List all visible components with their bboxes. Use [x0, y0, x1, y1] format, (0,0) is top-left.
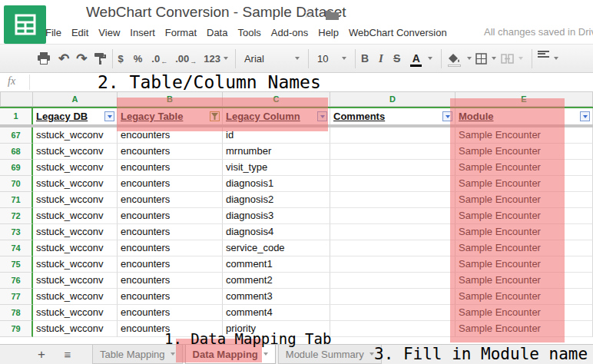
grid-cell[interactable]: encounters	[118, 321, 223, 337]
grid-cell[interactable]: Sample Encounter	[456, 160, 593, 176]
redo-button[interactable]: ↷	[76, 49, 87, 68]
grid-cell[interactable]: encounters	[118, 208, 223, 224]
grid-cell[interactable]: encounters	[118, 192, 223, 208]
grid-cell[interactable]	[330, 224, 456, 240]
grid-cell[interactable]: diagnosis1	[223, 176, 330, 192]
grid-cell[interactable]	[330, 192, 456, 208]
grid-cell[interactable]: encounters	[118, 144, 223, 160]
grid-cell[interactable]: sstuck_wcconv	[33, 208, 118, 224]
grid-cell[interactable]: Sample Encounter	[456, 224, 593, 240]
grid-cell[interactable]: diagnosis2	[223, 192, 330, 208]
text-color-button[interactable]: A	[409, 49, 423, 68]
undo-button[interactable]: ↶	[58, 49, 69, 68]
grid-cell[interactable]	[330, 321, 456, 337]
grid-cell[interactable]: encounters	[118, 127, 223, 144]
font-size-select[interactable]: 10	[314, 49, 350, 68]
star-icon[interactable]: ☆	[303, 5, 314, 22]
column-letter-b[interactable]: B	[118, 91, 223, 107]
increase-decimal-button[interactable]: .00→	[175, 49, 197, 68]
menu-tools[interactable]: Tools	[237, 27, 260, 38]
grid-cell[interactable]: sstuck_wcconv	[33, 176, 118, 192]
row-number[interactable]: 69	[0, 160, 33, 176]
grid-cell[interactable]: encounters	[118, 160, 223, 176]
grid-cell[interactable]: Sample Encounter	[456, 144, 593, 160]
merge-cells-button[interactable]	[501, 49, 514, 68]
column-letter-c[interactable]: C	[223, 91, 330, 107]
formula-bar[interactable]: fx	[0, 73, 593, 92]
tab-table-mapping[interactable]: Table Mapping	[92, 345, 183, 364]
grid-cell[interactable]: Sample Encounter	[456, 256, 593, 273]
grid-cell[interactable]: Sample Encounter	[456, 321, 593, 337]
filter-dropdown-icon[interactable]	[104, 111, 114, 121]
grid-cell[interactable]: Sample Encounter	[456, 273, 593, 289]
grid-cell[interactable]	[330, 256, 456, 273]
grid-cell[interactable]: sstuck_wcconv	[33, 240, 118, 256]
grid-cell[interactable]: Sample Encounter	[456, 176, 593, 192]
grid-cell[interactable]: sstuck_wcconv	[33, 273, 118, 289]
fill-color-button[interactable]	[447, 49, 462, 68]
format-percent-button[interactable]: %	[134, 49, 143, 68]
grid-cell[interactable]: Sample Encounter	[456, 240, 593, 256]
row-number[interactable]: 76	[0, 273, 33, 289]
corner-cell[interactable]	[0, 91, 33, 107]
header-cell-d[interactable]: Comments	[330, 108, 456, 124]
grid-cell[interactable]: sstuck_wcconv	[33, 224, 118, 240]
add-sheet-button[interactable]: +	[34, 347, 49, 362]
paint-format-button[interactable]	[94, 49, 107, 68]
grid-cell[interactable]	[330, 289, 456, 305]
grid-cell[interactable]: encounters	[118, 289, 223, 305]
header-cell-a[interactable]: Legacy DB	[33, 108, 118, 124]
grid-cell[interactable]: Sample Encounter	[456, 305, 593, 321]
horizontal-align-button[interactable]	[538, 49, 549, 68]
menu-add-ons[interactable]: Add-ons	[271, 27, 308, 38]
grid-cell[interactable]: sstuck_wcconv	[33, 256, 118, 273]
menu-format[interactable]: Format	[165, 27, 197, 38]
grid-cell[interactable]	[330, 305, 456, 321]
filter-dropdown-icon[interactable]	[317, 111, 327, 121]
row-number[interactable]: 79	[0, 321, 33, 337]
grid-cell[interactable]	[330, 160, 456, 176]
row-number[interactable]: 78	[0, 305, 33, 321]
grid-cell[interactable]: service_code	[223, 240, 330, 256]
row-number[interactable]: 70	[0, 176, 33, 192]
grid-cell[interactable]: sstuck_wcconv	[33, 321, 118, 337]
decrease-decimal-button[interactable]: .0←	[151, 49, 167, 68]
grid-cell[interactable]: Sample Encounter	[456, 289, 593, 305]
folder-icon[interactable]	[326, 9, 339, 23]
grid-cell[interactable]: encounters	[118, 240, 223, 256]
grid-cell[interactable]	[330, 176, 456, 192]
grid-cell[interactable]: comment2	[223, 273, 330, 289]
menu-data[interactable]: Data	[207, 27, 227, 38]
menu-insert[interactable]: Insert	[130, 27, 155, 38]
header-cell-c[interactable]: Legacy Column	[223, 108, 330, 124]
grid-cell[interactable]: sstuck_wcconv	[33, 127, 118, 144]
row-number[interactable]: 1	[0, 108, 33, 124]
menu-edit[interactable]: Edit	[71, 27, 88, 38]
filter-dropdown-icon[interactable]	[442, 111, 452, 121]
tab-module-summary[interactable]: Module Summary	[278, 345, 382, 364]
strikethrough-button[interactable]: S	[393, 49, 400, 68]
menu-file[interactable]: File	[45, 27, 61, 38]
grid-cell[interactable]: encounters	[118, 273, 223, 289]
row-number[interactable]: 72	[0, 208, 33, 224]
grid-cell[interactable]: visit_type	[223, 160, 330, 176]
header-cell-e[interactable]: Module	[456, 108, 593, 124]
column-letter-e[interactable]: E	[456, 91, 593, 107]
grid-cell[interactable]: comment1	[223, 256, 330, 273]
grid-cell[interactable]: diagnosis3	[223, 208, 330, 224]
row-number[interactable]: 68	[0, 144, 33, 160]
grid-cell[interactable]: sstuck_wcconv	[33, 305, 118, 321]
grid-cell[interactable]: sstuck_wcconv	[33, 289, 118, 305]
grid-cell[interactable]: sstuck_wcconv	[33, 192, 118, 208]
grid-cell[interactable]	[330, 240, 456, 256]
all-sheets-button[interactable]: ≡	[60, 348, 75, 361]
grid-cell[interactable]: sstuck_wcconv	[33, 144, 118, 160]
row-number[interactable]: 67	[0, 127, 33, 144]
format-currency-button[interactable]: $	[118, 49, 124, 68]
tab-data-mapping[interactable]: Data Mapping	[185, 345, 276, 364]
row-number[interactable]: 73	[0, 224, 33, 240]
row-number[interactable]: 74	[0, 240, 33, 256]
bold-button[interactable]: B	[361, 49, 369, 68]
grid-cell[interactable]: Sample Encounter	[456, 127, 593, 144]
grid-cell[interactable]: mrnumber	[223, 144, 330, 160]
